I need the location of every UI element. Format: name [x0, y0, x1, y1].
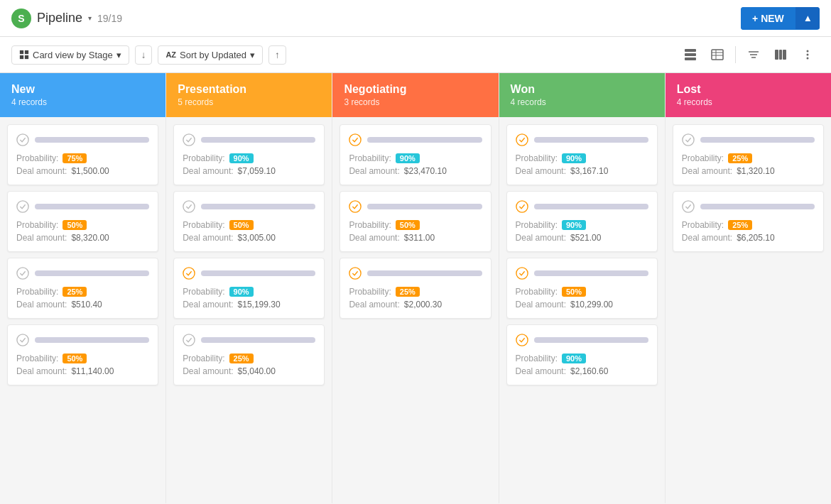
sort-az-icon: AZ — [165, 50, 176, 59]
column-header-lost: Lost 4 records — [666, 73, 831, 117]
kanban-card[interactable]: Probability: 50% Deal amount: $10,299.00 — [506, 258, 658, 319]
svg-point-22 — [17, 268, 28, 279]
card-title-row — [183, 267, 315, 280]
card-check-icon — [16, 133, 29, 146]
card-deal-field: Deal amount: $1,320.10 — [682, 166, 815, 176]
deal-value: $2,160.60 — [570, 366, 608, 376]
card-check-icon — [516, 267, 528, 280]
probability-badge: 50% — [229, 220, 254, 230]
kanban-card[interactable]: Probability: 25% Deal amount: $1,320.10 — [673, 124, 824, 185]
kanban-card[interactable]: Probability: 50% Deal amount: $3,005.00 — [173, 191, 325, 252]
probability-badge: 25% — [63, 287, 87, 297]
svg-point-32 — [516, 201, 528, 212]
list-view-button[interactable] — [705, 43, 729, 67]
card-title-row — [16, 334, 149, 346]
new-button-group[interactable]: + NEW ▲ — [741, 7, 820, 30]
table-view-button[interactable] — [678, 43, 702, 67]
card-deal-field: Deal amount: $8,320.00 — [16, 233, 149, 243]
deal-value: $311.00 — [404, 233, 435, 243]
view-dropdown-icon: ▾ — [116, 50, 121, 60]
kanban-card[interactable]: Probability: 90% Deal amount: $23,470.10 — [340, 124, 491, 185]
sort-dropdown-icon: ▾ — [250, 50, 255, 60]
kanban-wrapper: New 4 records Probability: 75% Deal amou… — [0, 73, 831, 503]
kanban-card[interactable]: Probability: 25% Deal amount: $510.40 — [7, 258, 158, 319]
deal-value: $10,299.00 — [570, 300, 613, 309]
columns-button[interactable] — [768, 43, 793, 67]
card-title-row — [16, 133, 149, 146]
svg-rect-5 — [685, 53, 696, 56]
column-subtitle-won: 4 records — [511, 97, 653, 107]
kanban-card[interactable]: Probability: 50% Deal amount: $311.00 — [340, 191, 491, 252]
card-title-row — [16, 200, 149, 213]
top-header: S Pipeline ▾ 19/19 + NEW ▲ — [0, 0, 831, 37]
card-deal-field: Deal amount: $6,205.10 — [682, 233, 815, 243]
column-new: New 4 records Probability: 75% Deal amou… — [0, 73, 166, 503]
probability-label: Probability: — [183, 153, 224, 163]
card-deal-field: Deal amount: $7,059.10 — [183, 166, 315, 176]
probability-badge: 90% — [562, 354, 586, 363]
probability-label: Probability: — [349, 287, 391, 297]
probability-badge: 25% — [229, 354, 254, 363]
list-icon — [711, 48, 724, 61]
record-count: 19/19 — [97, 13, 122, 24]
svg-point-17 — [807, 50, 809, 53]
sort-asc-button[interactable]: ↑ — [268, 45, 286, 65]
page-title: Pipeline — [37, 11, 82, 26]
probability-badge: 90% — [562, 220, 586, 230]
svg-rect-2 — [20, 55, 23, 59]
deal-value: $15,199.30 — [238, 300, 281, 309]
card-check-icon — [516, 334, 528, 346]
probability-badge: 90% — [396, 153, 420, 163]
card-probability-field: Probability: 90% — [183, 153, 315, 163]
column-body-lost: Probability: 25% Deal amount: $1,320.10 … — [666, 117, 831, 503]
kanban-card[interactable]: Probability: 25% Deal amount: $5,040.00 — [173, 324, 325, 385]
deal-value: $3,167.10 — [570, 166, 608, 176]
probability-label: Probability: — [183, 354, 224, 363]
probability-badge: 50% — [396, 220, 420, 230]
deal-value: $11,140.00 — [71, 366, 114, 376]
card-deal-field: Deal amount: $521.00 — [516, 233, 648, 243]
card-check-icon — [16, 200, 29, 213]
kanban-card[interactable]: Probability: 25% Deal amount: $2,000.30 — [340, 258, 491, 319]
title-dropdown-icon[interactable]: ▾ — [88, 14, 92, 22]
sort-direction-button[interactable]: ↓ — [135, 45, 153, 65]
column-subtitle-negotiating: 3 records — [344, 97, 487, 107]
probability-label: Probability: — [16, 220, 58, 230]
more-options-button[interactable] — [795, 43, 820, 67]
probability-badge: 50% — [63, 220, 87, 230]
card-title-row — [516, 267, 648, 280]
probability-badge: 25% — [396, 287, 420, 297]
card-deal-field: Deal amount: $10,299.00 — [516, 300, 648, 309]
kanban-card[interactable]: Probability: 90% Deal amount: $3,167.10 — [506, 124, 658, 185]
table-icon — [684, 48, 697, 61]
kanban-card[interactable]: Probability: 90% Deal amount: $7,059.10 — [173, 124, 325, 185]
svg-point-27 — [183, 334, 195, 346]
probability-badge: 50% — [63, 354, 87, 363]
kanban-card[interactable]: Probability: 90% Deal amount: $2,160.60 — [506, 324, 658, 385]
svg-rect-6 — [685, 57, 696, 60]
kanban-card[interactable]: Probability: 90% Deal amount: $15,199.30 — [173, 258, 325, 319]
kanban-card[interactable]: Probability: 50% Deal amount: $8,320.00 — [7, 191, 158, 252]
view-selector-button[interactable]: Card view by Stage ▾ — [11, 45, 129, 65]
card-probability-field: Probability: 25% — [183, 354, 315, 363]
card-title-bar — [201, 204, 315, 209]
new-button[interactable]: + NEW — [741, 7, 795, 30]
kanban-card[interactable]: Probability: 25% Deal amount: $6,205.10 — [673, 191, 824, 252]
deal-label: Deal amount: — [183, 166, 233, 176]
card-title-bar — [700, 204, 815, 209]
filter-button[interactable] — [742, 43, 766, 67]
more-icon — [801, 48, 814, 61]
card-title-bar — [201, 137, 315, 143]
new-button-dropdown[interactable]: ▲ — [795, 7, 820, 29]
kanban-card[interactable]: Probability: 90% Deal amount: $521.00 — [506, 191, 658, 252]
card-probability-field: Probability: 50% — [349, 220, 482, 230]
svg-rect-14 — [775, 50, 778, 60]
kanban-card[interactable]: Probability: 75% Deal amount: $1,500.00 — [7, 124, 158, 185]
column-lost: Lost 4 records Probability: 25% Deal amo… — [666, 73, 831, 503]
card-title-row — [183, 200, 315, 213]
sort-label: Sort by Updated — [180, 50, 246, 60]
sort-selector-button[interactable]: AZ Sort by Updated ▾ — [158, 45, 263, 65]
toolbar: Card view by Stage ▾ ↓ AZ Sort by Update… — [0, 37, 831, 73]
kanban-card[interactable]: Probability: 50% Deal amount: $11,140.00 — [7, 324, 158, 385]
card-probability-field: Probability: 50% — [183, 220, 315, 230]
